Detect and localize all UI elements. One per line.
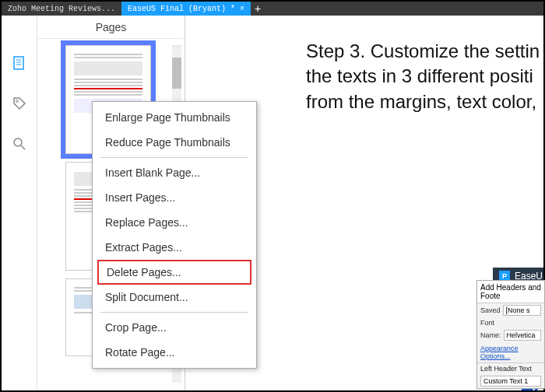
pages-icon[interactable] — [11, 54, 28, 72]
left-header-label: Left Header Text — [477, 362, 544, 374]
pages-header: Pages — [37, 16, 185, 39]
close-icon[interactable]: × — [240, 5, 244, 13]
text-line: the texts in 3 different positi — [306, 64, 543, 89]
dialog-title: Add Headers and Foote — [477, 281, 544, 303]
menu-replace-pages[interactable]: Replace Pages... — [93, 210, 256, 235]
svg-point-5 — [14, 138, 22, 146]
menu-reduce-thumbnails[interactable]: Reduce Page Thumbnails — [93, 130, 256, 155]
svg-line-6 — [21, 145, 25, 149]
new-tab-button[interactable]: + — [251, 2, 265, 15]
main-layout: Pages — [2, 16, 543, 390]
font-label: Font — [480, 319, 494, 327]
text-line: from the margins, text color, — [306, 89, 543, 114]
menu-insert-blank-page[interactable]: Insert Blank Page... — [93, 160, 256, 185]
window-tabbar: Zoho Meeting Reviews... EaseUS Final (Br… — [2, 2, 543, 16]
appearance-options-link[interactable]: Appearance Options... — [477, 342, 544, 362]
svg-point-4 — [16, 100, 18, 103]
font-name-select[interactable]: Helvetica — [504, 330, 541, 341]
name-label: Name: — [480, 331, 501, 339]
text-line: Step 3. Customize the settin — [306, 39, 543, 64]
menu-separator — [100, 157, 248, 158]
search-icon[interactable] — [11, 135, 28, 152]
left-header-input[interactable]: Custom Text 1 — [480, 376, 541, 387]
menu-rotate-page[interactable]: Rotate Page... — [93, 340, 256, 365]
menu-extract-pages[interactable]: Extract Pages... — [93, 235, 256, 260]
scroll-thumb[interactable] — [172, 58, 181, 89]
tab-label: Zoho Meeting Reviews... — [8, 5, 115, 13]
menu-delete-pages[interactable]: Delete Pages... — [97, 260, 251, 285]
pages-title: Pages — [96, 21, 127, 33]
tab-label: EaseUS Final (Bryant) * — [128, 5, 235, 13]
tag-icon[interactable] — [11, 95, 28, 112]
menu-split-document[interactable]: Split Document... — [93, 285, 256, 310]
tool-rail — [2, 16, 37, 390]
svg-rect-0 — [14, 57, 23, 69]
menu-separator — [100, 312, 248, 313]
menu-enlarge-thumbnails[interactable]: Enlarge Page Thumbnails — [93, 105, 256, 130]
menu-insert-pages[interactable]: Insert Pages... — [93, 185, 256, 210]
saved-select[interactable]: [None s — [503, 305, 541, 316]
tab-inactive[interactable]: Zoho Meeting Reviews... — [2, 2, 121, 16]
thumbnail-context-menu: Enlarge Page Thumbnails Reduce Page Thum… — [92, 101, 257, 369]
menu-crop-page[interactable]: Crop Page... — [93, 315, 256, 340]
tab-active[interactable]: EaseUS Final (Bryant) * × — [121, 2, 251, 16]
saved-label: Saved — [480, 306, 501, 314]
add-headers-footers-dialog: Add Headers and Foote Saved [None s Font… — [476, 280, 545, 389]
